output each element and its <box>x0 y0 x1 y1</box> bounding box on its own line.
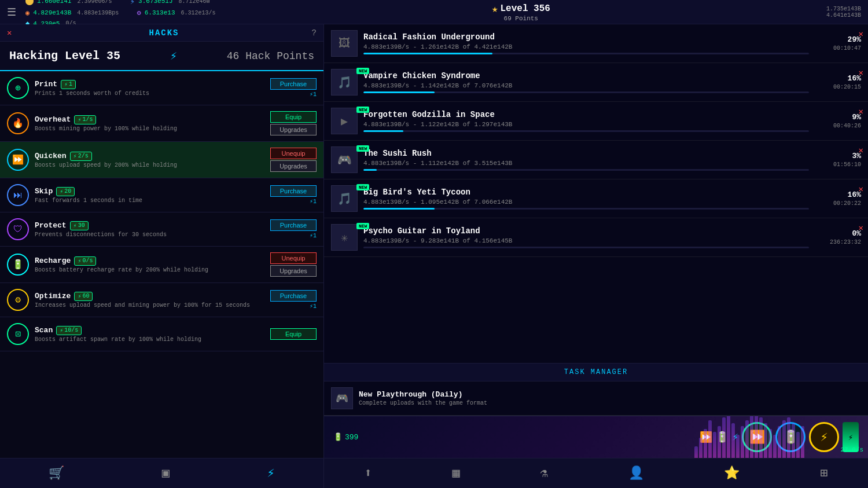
top-right-stats: 1.735e143B 4.641e143B <box>826 6 861 19</box>
new-badge-vampire-chicken: NEW <box>356 68 369 74</box>
hack-btn-upgrades-overheat[interactable]: Upgrades <box>270 124 317 135</box>
hacks-header: ✕ HACKS ? <box>0 24 323 42</box>
media-stats-sushi-rush: 4.883e139B/s - 1.112e142B of 3.515e143B <box>363 160 809 167</box>
hack-btn-unequip-quicken[interactable]: Unequip <box>270 148 317 159</box>
nav-upload-icon[interactable]: ⬆ <box>364 465 372 481</box>
media-item-forgotten-godzilla[interactable]: NEW ▶ Forgotten Godzilla in Space 4.883e… <box>324 102 868 141</box>
purchase-cost-optimize: ⚡1 <box>310 303 317 310</box>
media-stats-vampire-chicken: 4.883e139B/s - 1.142e142B of 7.076e142B <box>363 82 809 89</box>
task-item-new-playthrough[interactable]: 🎮 New Playthrough (Daily) Complete uploa… <box>324 381 868 416</box>
hack-name-recharge: Recharge <box>35 256 71 265</box>
media-item-sushi-rush[interactable]: NEW 🎮 The Sushi Rush 4.883e139B/s - 1.11… <box>324 141 868 179</box>
nav-star-icon[interactable]: ⭐ <box>724 465 740 481</box>
top-right-line2: 4.641e143B <box>826 12 861 19</box>
new-badge-sushi-rush: NEW <box>356 145 369 152</box>
data-rate: 4.883e139Bps <box>77 10 119 16</box>
main-layout: ✕ HACKS ? Hacking Level 35 ⚡ 46 Hack Poi… <box>0 24 868 488</box>
top-bar: ☰ 1.660e141 2.399e06/s ⚡ 3.673e51J 8.712… <box>0 0 868 24</box>
media-stats-forgotten-godzilla: 4.883e139B/s - 1.122e142B of 1.297e143B <box>363 121 809 128</box>
hack-icon-optimize: ⚙ <box>7 289 29 311</box>
hack-info-protect: Protect ⚡ 30 Prevents disconnections for… <box>35 221 264 238</box>
player-bar-23 <box>801 426 804 458</box>
electronics-value: 6.313e13 <box>145 9 175 16</box>
nav-layers-icon[interactable]: ▦ <box>452 465 459 481</box>
resource-group-left: 1.660e141 2.399e06/s ⚡ 3.673e51J 8.712e4… <box>25 0 216 28</box>
media-close-sushi-rush[interactable]: ✕ <box>859 145 863 155</box>
media-close-vampire-chicken[interactable]: ✕ <box>859 68 863 78</box>
hack-cost-icon-print: ⚡ <box>64 81 68 88</box>
nav-user-icon[interactable]: 👤 <box>628 465 644 481</box>
battery-count: 🔋 399 <box>333 432 358 442</box>
electronics-icon: ⚙ <box>137 9 141 17</box>
hack-info-optimize: Optimize ⚡ 60 Increases upload speed and… <box>35 292 264 309</box>
hacks-list: ⊕ Print ⚡ 1 Prints 1 seconds worth of cr… <box>0 71 323 458</box>
credits-value: 1.660e141 <box>37 0 71 5</box>
hack-item-recharge: 🔋 Recharge ⚡ 0/s Boosts battery recharge… <box>0 247 323 283</box>
hack-cost-icon-recharge: ⚡ <box>78 258 81 265</box>
media-item-radical-fashion[interactable]: 🖼 Radical Fashion Underground 4.883e139B… <box>324 24 868 63</box>
hack-icon-quicken: ⏩ <box>7 149 29 171</box>
media-time-radical-fashion: 00:10:47 <box>815 45 861 52</box>
nav-blocks-icon[interactable]: ⊞ <box>820 465 827 481</box>
nav-potion-icon[interactable]: ⚗ <box>540 465 548 481</box>
power-value: 3.673e51J <box>138 0 172 5</box>
player-bar-2 <box>704 429 707 458</box>
nav-shop-icon[interactable]: 🛒 <box>49 465 64 481</box>
media-item-vampire-chicken[interactable]: NEW 🎵 Vampire Chicken Syndrome 4.883e139… <box>324 63 868 102</box>
media-right-vampire-chicken: 16% 00:20:15 <box>815 74 861 90</box>
player-bar-6 <box>722 417 726 458</box>
player-bar-15 <box>764 423 767 458</box>
media-close-forgotten-godzilla[interactable]: ✕ <box>859 107 863 116</box>
hack-btn-purchase-skip[interactable]: Purchase <box>270 185 317 197</box>
hack-desc-optimize: Increases upload speed and mining power … <box>35 302 264 309</box>
media-right-psycho-guitar: 0% 236:23:32 <box>815 229 861 245</box>
hack-btn-purchase-print[interactable]: Purchase <box>270 78 317 90</box>
hack-btn-upgrades-recharge[interactable]: Upgrades <box>270 265 317 277</box>
nav-chip-icon[interactable]: ▣ <box>162 465 170 481</box>
battery-icon: 🔋 <box>333 432 343 442</box>
hacks-close-button[interactable]: ✕ <box>7 28 12 38</box>
media-item-big-bird[interactable]: NEW 🎵 Big Bird's Yeti Tycoon 4.883e139B/… <box>324 179 868 218</box>
hack-cost-icon-skip: ⚡ <box>60 188 63 195</box>
media-info-psycho-guitar: Psycho Guitar in Toyland 4.883e139B/s - … <box>363 226 809 248</box>
hack-actions-scan: Equip <box>270 328 317 340</box>
top-right-line1: 1.735e143B <box>826 6 861 12</box>
player-bar-9 <box>736 435 740 458</box>
media-title-forgotten-godzilla: Forgotten Godzilla in Space <box>363 110 809 119</box>
hack-btn-purchase-protect[interactable]: Purchase <box>270 219 317 231</box>
media-thumb-vampire-chicken: 🎵 <box>331 69 358 96</box>
purchase-cost-protect: ⚡1 <box>310 232 317 239</box>
hack-name-protect: Protect <box>35 221 67 230</box>
hack-btn-equip-overheat[interactable]: Equip <box>270 111 317 123</box>
media-close-radical-fashion[interactable]: ✕ <box>859 29 863 39</box>
hack-info-print: Print ⚡ 1 Prints 1 seconds worth of cred… <box>35 80 264 97</box>
media-percent-forgotten-godzilla: 9% <box>815 113 861 122</box>
media-thumb-psycho-guitar: ✳ <box>331 224 358 251</box>
menu-icon[interactable]: ☰ <box>7 6 16 19</box>
media-info-forgotten-godzilla: Forgotten Godzilla in Space 4.883e139B/s… <box>363 110 809 132</box>
hack-desc-quicken: Boosts upload speed by 200% while holdin… <box>35 162 264 168</box>
media-percent-sushi-rush: 3% <box>815 152 861 160</box>
media-item-psycho-guitar[interactable]: NEW ✳ Psycho Guitar in Toyland 4.883e139… <box>324 218 868 257</box>
media-right-forgotten-godzilla: 9% 00:40:26 <box>815 113 861 129</box>
hack-btn-upgrades-quicken[interactable]: Upgrades <box>270 160 317 172</box>
media-stats-psycho-guitar: 4.883e139B/s - 9.283e141B of 4.156e145B <box>363 237 809 244</box>
battery-number: 399 <box>345 433 358 442</box>
hacks-help-button[interactable]: ? <box>312 28 317 38</box>
player-bar-21 <box>792 423 795 458</box>
hack-btn-unequip-recharge[interactable]: Unequip <box>270 252 317 264</box>
hacks-title: HACKS <box>16 28 311 38</box>
hack-cost-skip: ⚡ 20 <box>56 187 75 196</box>
media-close-big-bird[interactable]: ✕ <box>859 184 863 194</box>
nav-lightning-icon[interactable]: ⚡ <box>267 465 275 481</box>
hack-item-quicken: ⏩ Quicken ⚡ 2/s Boosts upload speed by 2… <box>0 142 323 178</box>
hack-btn-purchase-optimize[interactable]: Purchase <box>270 290 317 302</box>
media-percent-big-bird: 16% <box>815 190 861 199</box>
hack-btn-equip-scan[interactable]: Equip <box>270 328 317 340</box>
hack-lightning-icon: ⚡ <box>170 49 177 63</box>
media-percent-psycho-guitar: 0% <box>815 229 861 238</box>
media-close-psycho-guitar[interactable]: ✕ <box>859 223 863 233</box>
hack-name-quicken: Quicken <box>35 152 67 160</box>
hack-points: 46 Hack Points <box>227 50 314 62</box>
hack-info-recharge: Recharge ⚡ 0/s Boosts battery recharge r… <box>35 256 264 273</box>
